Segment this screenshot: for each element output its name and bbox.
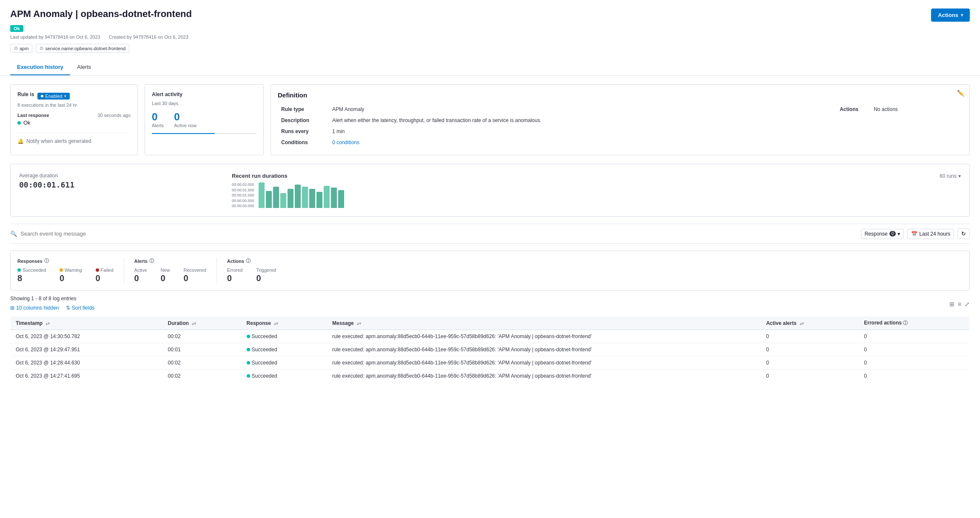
cell-message: rule executed: apm.anomaly:88d5ecb0-644b… <box>327 370 761 383</box>
col-active-alerts[interactable]: Active alerts ▴▾ <box>761 316 859 330</box>
last-response-time: 30 seconds ago <box>97 113 131 118</box>
stats-divider-1 <box>124 258 124 283</box>
edit-icon[interactable]: ✏️ <box>957 90 964 97</box>
cell-errored-actions: 0 <box>859 370 969 383</box>
chart-header: Recent run durations 60 runs ▾ <box>232 173 961 179</box>
alert-period: Last 30 days <box>152 101 256 106</box>
info-icon[interactable]: ⓘ <box>44 258 49 264</box>
tab-execution-history[interactable]: Execution history <box>10 60 70 75</box>
enabled-dot <box>41 95 43 97</box>
data-table: Timestamp ▴▾ Duration ▴▾ Response ▴▾ Mes… <box>10 316 970 383</box>
recovered-stat: Recovered 0 <box>184 268 206 283</box>
runs-every-label: Runs every <box>278 126 329 137</box>
rule-enabled-badge[interactable]: Enabled ▾ <box>37 93 69 100</box>
last-response-header: Last response 30 seconds ago <box>17 113 131 118</box>
runs-selector[interactable]: 60 runs ▾ <box>940 173 961 179</box>
cell-errored-actions: 0 <box>859 343 969 356</box>
table-row: Oct 6, 2023 @ 14:30:50.782 00:02 Succeed… <box>11 330 970 343</box>
stats-row: Responses ⓘ Succeeded 8 Warnin <box>10 250 970 290</box>
response-filter[interactable]: Response 0 ▾ <box>861 229 904 239</box>
active-value: 0 <box>134 273 147 283</box>
tag-icon: ⊙ <box>40 46 43 51</box>
success-dot <box>247 361 250 364</box>
columns-hidden-toggle[interactable]: ⊞ 10 columns hidden <box>10 305 59 311</box>
failed-value: 0 <box>96 273 114 283</box>
chevron-down-icon: ▾ <box>897 231 900 237</box>
search-icon: 🔍 <box>10 231 17 237</box>
table-body: Oct 6, 2023 @ 14:30:50.782 00:02 Succeed… <box>11 330 970 383</box>
cell-active-alerts: 0 <box>761 370 859 383</box>
col-duration[interactable]: Duration ▴▾ <box>163 316 242 330</box>
rows-icon[interactable]: ≡ <box>958 301 961 307</box>
info-icon[interactable]: ⓘ <box>149 258 154 264</box>
date-filter[interactable]: 📅 Last 24 hours <box>907 229 954 239</box>
chart-title: Recent run durations <box>232 173 288 179</box>
conditions-link[interactable]: 0 conditions <box>332 139 359 145</box>
warning-value: 0 <box>60 273 82 283</box>
recovered-value: 0 <box>184 273 206 283</box>
grid-icon: ⊞ <box>10 305 14 311</box>
conditions-label: Conditions <box>278 137 329 148</box>
chart-bar <box>316 192 322 208</box>
cell-active-alerts: 0 <box>761 356 859 370</box>
responses-section: Responses ⓘ Succeeded 8 Warnin <box>17 258 114 283</box>
rule-card: Rule is Enabled ▾ 8 executions in the la… <box>10 84 138 155</box>
tab-alerts[interactable]: Alerts <box>70 60 98 75</box>
expand-icon[interactable]: ⤢ <box>965 301 970 307</box>
alert-activity-card: Alert activity Last 30 days 0 Alerts 0 A… <box>145 84 264 155</box>
activity-chart <box>152 133 256 134</box>
main-content: Rule is Enabled ▾ 8 executions in the la… <box>0 76 980 391</box>
y-label-4: 00:00:00.000 <box>232 204 254 208</box>
bell-icon: 🔔 <box>17 138 24 144</box>
info-icon[interactable]: ⓘ <box>246 258 251 264</box>
table-controls: ⊞ 10 columns hidden ⇅ Sort fields <box>10 305 94 311</box>
active-now-count: 0 <box>174 111 197 123</box>
new-value: 0 <box>161 273 170 283</box>
chart-bar <box>302 187 308 208</box>
sort-icon: ▴▾ <box>192 321 196 326</box>
cards-row: Rule is Enabled ▾ 8 executions in the la… <box>10 84 970 155</box>
triggered-stat: Triggered 0 <box>256 268 276 283</box>
exec-stats: Average duration 00:00:01.611 Recent run… <box>19 173 961 208</box>
col-message[interactable]: Message ▴▾ <box>327 316 761 330</box>
definition-card: Definition ✏️ Rule type APM Anomaly Acti… <box>271 84 970 155</box>
activity-chart-line <box>152 133 215 134</box>
warning-stat: Warning 0 <box>60 268 82 283</box>
avg-duration-value: 00:00:01.611 <box>19 180 232 189</box>
cell-duration: 00:02 <box>163 356 242 370</box>
errored-value: 0 <box>227 273 243 283</box>
y-label-0: 00:00:02.000 <box>232 182 254 187</box>
succeeded-dot <box>17 268 21 272</box>
actions-label: Actions <box>836 104 870 115</box>
cell-timestamp: Oct 6, 2023 @ 14:28:44.630 <box>11 356 163 370</box>
actions-section-label: Actions ⓘ <box>227 258 276 264</box>
page-wrapper: APM Anomaly | opbeans-dotnet-frontend Ac… <box>0 0 980 518</box>
calendar-icon: 📅 <box>911 231 917 237</box>
refresh-button[interactable]: ↻ <box>957 228 970 239</box>
success-dot <box>247 335 250 338</box>
page-title: APM Anomaly | opbeans-dotnet-frontend <box>10 9 192 20</box>
col-response[interactable]: Response ▴▾ <box>242 316 327 330</box>
filter-bar: 🔍 Response 0 ▾ 📅 Last 24 hours ↻ <box>10 224 970 244</box>
chevron-down-icon: ▾ <box>64 94 66 98</box>
chart-bar <box>288 189 293 208</box>
chart-bar <box>295 185 301 208</box>
col-timestamp[interactable]: Timestamp ▴▾ <box>11 316 163 330</box>
sort-fields-toggle[interactable]: ⇅ Sort fields <box>66 305 94 311</box>
failed-dot <box>96 268 99 272</box>
alert-counts: 0 Alerts 0 Active now <box>152 111 256 128</box>
table-row: Oct 6, 2023 @ 14:27:41.695 00:02 Succeed… <box>11 370 970 383</box>
chart-bar <box>331 188 337 208</box>
actions-button[interactable]: Actions ▾ <box>931 9 970 22</box>
info-icon[interactable]: ⓘ <box>903 320 908 325</box>
table-view-icon[interactable]: ⊞ <box>949 301 954 307</box>
alerts-section-label: Alerts ⓘ <box>134 258 206 264</box>
chevron-down-icon: ▾ <box>961 13 963 17</box>
y-label-2: 00:00:01.000 <box>232 193 254 197</box>
tags-row: ⊙ apm ⊙ service.name:opbeans-dotnet-fron… <box>10 44 970 53</box>
stats-divider-2 <box>217 258 217 283</box>
response-ok: Ok <box>17 120 131 126</box>
alert-activity-label: Alert activity <box>152 91 256 97</box>
search-input[interactable] <box>20 231 861 237</box>
cell-response: Succeeded <box>242 370 327 383</box>
